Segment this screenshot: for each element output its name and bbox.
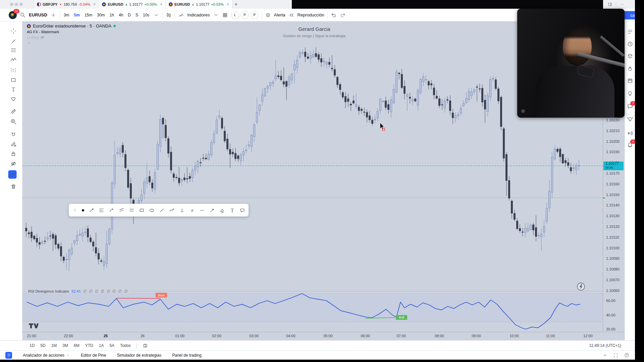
tab-close-icon[interactable]: × <box>227 2 229 7</box>
range-todos[interactable]: Todos <box>120 343 131 348</box>
emoji-icon[interactable] <box>10 96 17 102</box>
window-sidebar-icon[interactable] <box>608 2 612 7</box>
magnet-icon[interactable] <box>10 131 17 138</box>
panel-tab-2[interactable]: Simulador de estrategias <box>117 353 161 358</box>
indicators-chevron-icon[interactable] <box>213 12 219 18</box>
slash-tool-icon[interactable] <box>189 207 195 213</box>
timeframe-30m[interactable]: 30m <box>96 12 106 18</box>
legend-collapse-chevron-icon[interactable] <box>27 41 116 47</box>
tab-close-icon[interactable]: × <box>93 2 96 7</box>
replay-button[interactable]: Reproducción <box>298 12 324 17</box>
xabcd-pattern-icon[interactable] <box>10 57 17 63</box>
layout-grid-icon[interactable] <box>222 12 228 18</box>
vertical-tool-icon[interactable] <box>179 207 185 213</box>
zoom-in-icon[interactable] <box>10 118 17 125</box>
calendar-go-icon[interactable] <box>143 343 148 348</box>
flame-icon[interactable] <box>627 66 633 72</box>
ray-tool-icon[interactable] <box>199 207 205 213</box>
browser-tab-gbpjpy-0[interactable]: GBPJPY▼180.759-0.04%× <box>34 0 99 9</box>
timeframe-5m[interactable]: 5m <box>73 12 81 18</box>
shapes-icon[interactable] <box>10 77 17 83</box>
range-6m[interactable]: 6M <box>74 343 79 348</box>
range-1a[interactable]: 1A <box>99 343 104 348</box>
ruler-icon[interactable] <box>10 108 17 115</box>
browser-tab-eurusd-2[interactable]: EURUSD▲1.10177+0.03%× <box>166 0 232 9</box>
forecast-icon[interactable] <box>10 67 17 73</box>
rsi-title[interactable]: RSI Divergence Indicator <box>28 289 69 293</box>
time-axis[interactable]: 21:0022:00252601:0002:0003:0004:0005:000… <box>22 332 625 340</box>
alert-clock-icon[interactable] <box>627 41 633 47</box>
drag-handle-icon[interactable] <box>72 207 77 213</box>
parallel-icon[interactable] <box>119 207 124 213</box>
pin-tool-icon[interactable] <box>209 207 215 213</box>
color-dot[interactable] <box>82 209 84 212</box>
indicators-button[interactable]: Indicadores <box>187 12 210 17</box>
brush-icon[interactable] <box>109 207 114 213</box>
server-clock[interactable]: 11:49:14 (UTC+1) <box>589 343 635 348</box>
symbol-search-button[interactable]: EURUSD <box>29 12 47 17</box>
lock-icon[interactable] <box>10 150 17 157</box>
link-icon[interactable] <box>8 170 17 179</box>
layout-preset-l-0[interactable]: L <box>231 11 239 19</box>
timeframe-10s[interactable]: 10s <box>142 12 150 18</box>
frame-icon[interactable] <box>613 353 619 358</box>
tab-close-icon[interactable]: × <box>160 2 162 7</box>
more-dots-icon[interactable] <box>620 2 624 7</box>
timeframe-D[interactable]: D <box>127 12 132 18</box>
replay-icon[interactable] <box>288 12 294 18</box>
ellipse-tool-icon[interactable] <box>149 207 155 213</box>
timeframe-chevron-icon[interactable] <box>153 12 159 18</box>
play-sound-icon[interactable] <box>627 130 633 136</box>
panel-tab-3[interactable]: Panel de trading <box>172 353 201 358</box>
panel-tab-1[interactable]: Editor de Pine <box>81 353 106 358</box>
watchlist-icon[interactable] <box>627 28 633 35</box>
flat-lines-icon[interactable] <box>129 207 135 213</box>
window-minimize-button[interactable] <box>15 3 18 6</box>
draw-lock-icon[interactable] <box>10 141 17 147</box>
timeframe-1h[interactable]: 1h <box>109 12 115 18</box>
chart-style-icon[interactable] <box>166 12 172 18</box>
chart-canvas[interactable]: BearBull <box>22 21 603 332</box>
eye-slash-icon[interactable] <box>40 35 45 40</box>
rect-tool-icon[interactable] <box>139 207 145 213</box>
polyline-arrow-icon[interactable] <box>169 207 175 213</box>
layout-preset-p-1[interactable]: P <box>241 11 249 19</box>
range-3m[interactable]: 3M <box>62 343 68 348</box>
screener-logo-icon[interactable] <box>5 352 12 359</box>
eraser-tool-icon[interactable] <box>219 207 225 213</box>
compare-add-icon[interactable] <box>50 12 56 18</box>
help-icon[interactable] <box>624 352 630 358</box>
timeframe-4h[interactable]: 4h <box>118 12 124 18</box>
range-1d[interactable]: 1D <box>30 343 35 348</box>
streams-icon[interactable] <box>627 116 633 122</box>
timeframe-3m[interactable]: 3m <box>63 12 70 18</box>
fib-retracement-icon[interactable] <box>10 47 17 53</box>
window-zoom-button[interactable] <box>19 3 23 6</box>
timeframe-15m[interactable]: 15m <box>84 12 93 18</box>
trend-line2-icon[interactable] <box>89 207 94 213</box>
indicators-icon[interactable] <box>178 12 184 18</box>
fib2-icon[interactable] <box>99 207 104 213</box>
window-close-button[interactable] <box>10 3 13 6</box>
layout-preset-p-2[interactable]: P <box>251 11 259 19</box>
line-tool-icon[interactable] <box>159 207 165 213</box>
panel-tab-0[interactable]: Analizador de acciones <box>23 353 70 358</box>
alert-add-icon[interactable] <box>265 12 271 18</box>
browser-tab-eurusd-1[interactable]: EURUSD▲1.10177+0.09%× <box>99 0 166 9</box>
calendar-icon[interactable] <box>627 77 633 84</box>
undo-icon[interactable] <box>331 12 337 18</box>
text-icon[interactable] <box>10 86 17 93</box>
range-ytd[interactable]: YTD <box>85 343 93 348</box>
text-tool-icon[interactable] <box>229 207 235 213</box>
range-1m[interactable]: 1M <box>51 343 57 348</box>
range-5d[interactable]: 5D <box>40 343 45 348</box>
trash-icon[interactable] <box>10 183 17 190</box>
layers-icon[interactable] <box>627 53 633 59</box>
crosshair-icon[interactable] <box>10 28 17 34</box>
timeframe-S[interactable]: S <box>135 12 139 18</box>
hidden-indicator-label[interactable]: LinReg <box>27 36 39 40</box>
new-tab-button[interactable]: + <box>232 0 240 9</box>
trend-line-icon[interactable] <box>10 38 17 45</box>
eye-slash-icon[interactable] <box>10 161 17 167</box>
search-icon[interactable] <box>20 12 26 18</box>
